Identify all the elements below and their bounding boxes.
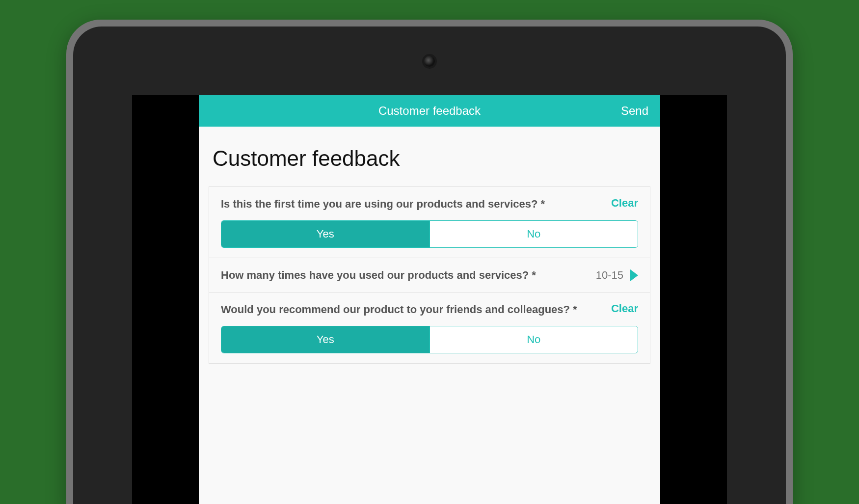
question-label: How many times have you used our product…	[221, 268, 589, 283]
tablet-bezel-inner: Customer feedback Send Customer feedback…	[73, 27, 786, 504]
clear-button[interactable]: Clear	[611, 302, 638, 315]
questions-list: Is this the first time you are using our…	[209, 186, 650, 364]
option-no[interactable]: No	[430, 326, 638, 353]
segmented-control: Yes No	[221, 326, 638, 353]
picker-value: 10-15	[596, 269, 623, 282]
page-title: Customer feedback	[209, 146, 650, 171]
question-usage-count: How many times have you used our product…	[209, 258, 650, 293]
send-button[interactable]: Send	[621, 104, 648, 118]
question-label: Would you recommend our product to your …	[221, 302, 603, 317]
camera-icon	[424, 56, 435, 67]
clear-button[interactable]: Clear	[611, 197, 638, 210]
question-header: Would you recommend our product to your …	[221, 302, 638, 317]
question-header: Is this the first time you are using our…	[221, 197, 638, 212]
segmented-control: Yes No	[221, 220, 638, 248]
content-area: Customer feedback Is this the first time…	[199, 127, 660, 504]
device-screen: Customer feedback Send Customer feedback…	[132, 95, 727, 504]
question-label: Is this the first time you are using our…	[221, 197, 603, 212]
option-yes[interactable]: Yes	[221, 221, 430, 247]
option-no[interactable]: No	[430, 221, 638, 247]
option-yes[interactable]: Yes	[221, 326, 430, 353]
tablet-bezel-outer: Customer feedback Send Customer feedback…	[66, 20, 793, 504]
app-root: Customer feedback Send Customer feedback…	[199, 95, 660, 504]
question-first-time: Is this the first time you are using our…	[209, 187, 650, 258]
app-header: Customer feedback Send	[199, 95, 660, 127]
picker-row[interactable]: How many times have you used our product…	[221, 268, 638, 283]
header-title: Customer feedback	[199, 104, 660, 118]
chevron-right-icon[interactable]	[630, 269, 638, 281]
question-recommend: Would you recommend our product to your …	[209, 292, 650, 364]
